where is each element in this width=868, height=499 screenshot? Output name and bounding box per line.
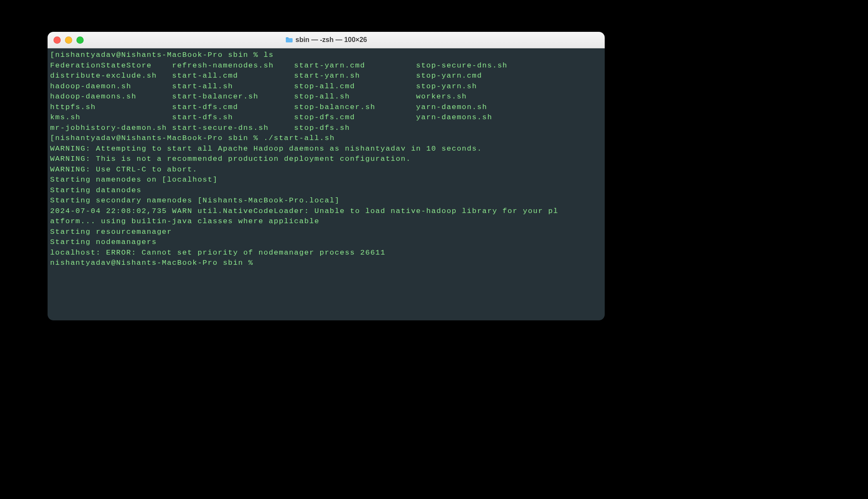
prompt-line-3: nishantyadav@Nishants-MacBook-Pro sbin % bbox=[50, 259, 259, 267]
prompt-line-1: [nishantyadav@Nishants-MacBook-Pro sbin … bbox=[50, 51, 274, 59]
ls-output: FederationStateStore refresh-namenodes.s… bbox=[50, 62, 507, 132]
prompt-bracket: [ bbox=[50, 51, 55, 59]
close-window-button[interactable] bbox=[54, 36, 61, 44]
prompt-userhost: nishantyadav@Nishants-MacBook-Pro sbin % bbox=[55, 134, 264, 142]
script-output: WARNING: Attempting to start all Apache … bbox=[50, 145, 558, 257]
prompt-line-2: [nishantyadav@Nishants-MacBook-Pro sbin … bbox=[50, 134, 335, 142]
titlebar: sbin — -zsh — 100×26 bbox=[48, 32, 605, 48]
window-title: sbin — -zsh — 100×26 bbox=[48, 36, 605, 44]
command-start-all: ./start-all.sh bbox=[264, 134, 335, 142]
terminal-window: sbin — -zsh — 100×26 [nishantyadav@Nisha… bbox=[48, 32, 605, 320]
prompt-userhost: nishantyadav@Nishants-MacBook-Pro sbin % bbox=[55, 51, 264, 59]
command-ls: ls bbox=[264, 51, 274, 59]
zoom-window-button[interactable] bbox=[76, 36, 84, 44]
traffic-lights bbox=[54, 36, 84, 44]
folder-icon bbox=[285, 37, 293, 43]
window-title-text: sbin — -zsh — 100×26 bbox=[296, 36, 367, 44]
minimize-window-button[interactable] bbox=[65, 36, 72, 44]
terminal-body[interactable]: [nishantyadav@Nishants-MacBook-Pro sbin … bbox=[48, 48, 605, 320]
prompt-bracket: [ bbox=[50, 134, 55, 142]
